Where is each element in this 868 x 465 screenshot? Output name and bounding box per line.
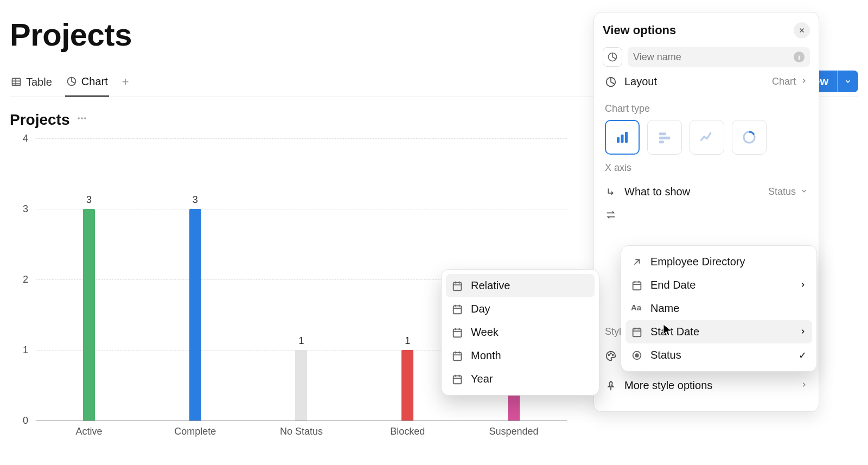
svg-rect-26 (454, 329, 462, 337)
status-icon (631, 349, 643, 361)
svg-rect-11 (621, 135, 624, 143)
relation-icon (631, 256, 643, 268)
bar-column: 1 (248, 138, 355, 421)
svg-rect-24 (454, 282, 462, 290)
what-to-show-value: Status (768, 186, 796, 198)
chart-type-horizontal-bar[interactable] (647, 120, 682, 155)
svg-rect-10 (617, 137, 620, 143)
view-name-input[interactable] (633, 52, 794, 63)
menu-label: Week (471, 326, 499, 339)
calendar-icon (451, 373, 463, 385)
menu-label: Day (471, 303, 490, 315)
subtitle-more-icon[interactable] (76, 113, 87, 127)
field-label: Status (650, 349, 681, 361)
field-label: End Date (650, 279, 695, 291)
svg-point-6 (81, 117, 82, 119)
svg-rect-20 (633, 282, 641, 290)
svg-point-5 (78, 117, 79, 119)
x-tick-label: No Status (248, 426, 355, 437)
bar-value-label: 3 (193, 194, 198, 206)
field-end-date[interactable]: End Date (626, 273, 812, 297)
svg-point-7 (84, 117, 86, 119)
date-granularity-menu: Relative Day Week Month Year (441, 269, 599, 396)
tab-chart[interactable]: Chart (65, 72, 109, 97)
more-style-label: More style options (624, 379, 712, 392)
swap-icon (605, 209, 617, 221)
view-icon-button[interactable] (603, 47, 622, 67)
chevron-right-icon (799, 326, 807, 338)
chart-type-line[interactable] (690, 120, 724, 155)
bar-value-label: 1 (405, 335, 410, 347)
info-icon[interactable]: i (794, 52, 805, 62)
date-year[interactable]: Year (446, 367, 595, 391)
field-label: Name (650, 302, 679, 315)
x-tick-label: Blocked (354, 426, 461, 437)
calendar-icon (451, 280, 463, 292)
menu-label: Month (471, 349, 501, 362)
y-tick: 2 (11, 274, 28, 285)
field-employee-directory[interactable]: Employee Directory (626, 250, 812, 273)
pin-icon (605, 380, 617, 392)
view-options-title: View options (603, 23, 676, 37)
bar-column: 3 (142, 138, 248, 421)
x-tick-label: Complete (142, 426, 248, 437)
date-day[interactable]: Day (446, 297, 595, 321)
what-to-show-row[interactable]: What to show Status (603, 177, 810, 207)
calendar-icon (451, 303, 463, 315)
bar-value-label: 3 (86, 194, 92, 206)
svg-point-17 (608, 354, 609, 355)
svg-point-23 (635, 354, 639, 357)
field-name[interactable]: Aa Name (626, 297, 812, 320)
chevron-right-icon (799, 279, 807, 291)
subtitle: Projects (10, 111, 70, 129)
tab-table[interactable]: Table (10, 73, 53, 96)
text-icon: Aa (631, 303, 643, 315)
svg-point-19 (612, 354, 614, 355)
table-icon (11, 77, 22, 87)
svg-rect-12 (625, 132, 628, 143)
date-relative[interactable]: Relative (446, 274, 595, 297)
field-status[interactable]: Status ✓ (626, 343, 812, 367)
chart-type-bar[interactable] (605, 120, 640, 155)
menu-label: Year (471, 373, 493, 385)
new-button-dropdown[interactable] (837, 71, 858, 92)
x-axis-field-menu: Employee Directory End Date Aa Name Star… (621, 245, 817, 372)
calendar-icon (451, 327, 463, 339)
what-to-show-label: What to show (624, 186, 690, 198)
chart-type-section: Chart type (603, 103, 810, 118)
chevron-right-icon (800, 380, 808, 391)
y-tick: 3 (11, 203, 28, 215)
add-view-button[interactable]: + (121, 72, 130, 97)
calendar-icon (631, 326, 643, 338)
field-label: Start Date (650, 326, 699, 338)
x-tick-label: Suspended (461, 426, 567, 437)
date-month[interactable]: Month (446, 344, 595, 367)
layout-row[interactable]: Layout Chart (603, 67, 810, 97)
layout-value: Chart (772, 76, 796, 87)
x-tick-label: Active (36, 426, 142, 437)
calendar-icon (631, 279, 643, 291)
bar[interactable] (295, 350, 307, 421)
check-icon: ✓ (799, 349, 807, 361)
calendar-icon (451, 350, 463, 362)
swap-axes-row[interactable] (603, 207, 810, 223)
field-start-date[interactable]: Start Date (626, 320, 812, 343)
bar[interactable] (189, 209, 201, 421)
chart-type-donut[interactable] (732, 120, 767, 155)
field-label: Employee Directory (650, 256, 745, 268)
bar[interactable] (83, 209, 95, 421)
bar-value-label: 1 (298, 335, 304, 347)
tab-table-label: Table (26, 76, 52, 88)
svg-point-18 (610, 353, 611, 354)
y-tick: 4 (11, 133, 28, 144)
view-name-input-wrapper: i (628, 47, 810, 67)
bar[interactable] (401, 350, 413, 421)
date-week[interactable]: Week (446, 321, 595, 344)
more-style-row[interactable]: More style options (603, 371, 810, 400)
y-tick: 1 (11, 345, 28, 356)
x-axis-section: X axis (603, 162, 810, 177)
svg-rect-15 (659, 141, 664, 143)
layout-icon (605, 76, 617, 88)
close-icon[interactable] (794, 22, 810, 39)
y-tick: 0 (11, 415, 28, 426)
